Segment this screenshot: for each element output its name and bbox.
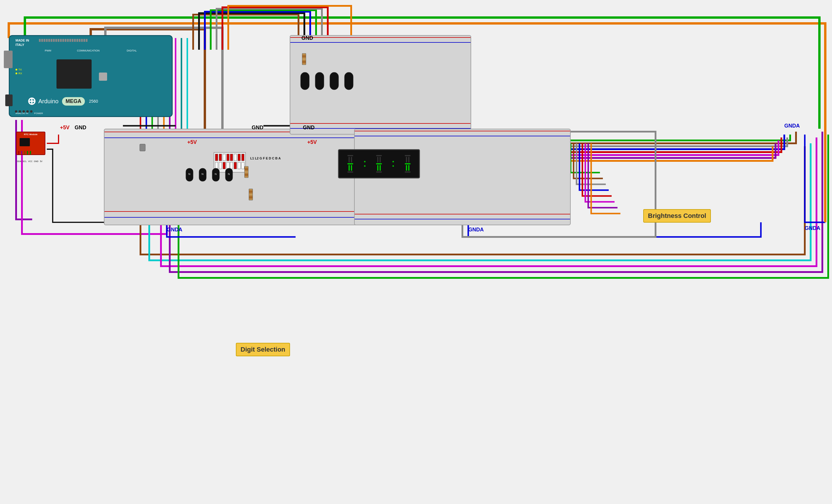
rail-bottom-red [104, 211, 364, 216]
br-rail-top-red [355, 131, 570, 135]
dip-7 [238, 154, 240, 161]
digit-selection-label: Digit Selection [236, 343, 290, 356]
rtc-pin-label-5: 5V [40, 160, 43, 162]
digital-label: DIGITAL [127, 49, 137, 52]
gnd-label-2: GND [252, 125, 263, 131]
segment-labels: L1 L2 G F E D C B A [250, 157, 281, 160]
colon-1 [364, 161, 365, 167]
dip-2 [219, 154, 222, 161]
power-jack [5, 95, 12, 106]
arduino-model: 2560 [89, 99, 98, 104]
gnda-label-3: GNDA [784, 123, 800, 129]
resistor-8 [244, 166, 249, 178]
br-rail-bot-red [355, 214, 570, 218]
main-chip [56, 59, 92, 89]
tx-rx-area: TX RX [16, 68, 22, 76]
svg-text:N: N [228, 173, 230, 176]
plus5v-label-3: +5V [307, 139, 317, 145]
plus5v-label-2: +5V [187, 139, 197, 145]
br-rail-bot-blue [355, 219, 570, 223]
rail-right-bot-red [290, 123, 471, 128]
seven-segment-display [338, 149, 420, 179]
right-transistor-group [299, 71, 363, 94]
arduino-mega-badge: MEGA [62, 97, 85, 106]
gnd-label-3: GND [303, 125, 315, 131]
right-breadboard [290, 35, 471, 135]
arduino-made-in: MADE IN ITALY [16, 38, 29, 47]
capacitor-component [139, 144, 146, 151]
right-res-8 [302, 53, 306, 65]
digit-3 [404, 155, 411, 173]
dip-6 [234, 154, 237, 161]
rtc-module: RTC Module [16, 132, 45, 155]
rtc-pin-label-3: VCC [28, 160, 32, 162]
digit-2 [375, 155, 383, 173]
reset-button [99, 73, 107, 81]
circuit-diagram: MADE IN ITALY PWM COMMUNICATION DIGITAL … [0, 0, 832, 504]
dip-8 [241, 154, 244, 161]
arduino-text: Arduino [38, 98, 58, 105]
brightness-control-label: Brightness Control [643, 209, 711, 222]
comm-label: COMMUNICATION [77, 49, 100, 52]
rtc-pin-label-1: SDA [17, 160, 21, 162]
rail-bottom-blue [104, 217, 364, 222]
usb-port [4, 51, 12, 68]
resistor-r2-8 [249, 189, 253, 201]
rtc-chip [20, 138, 30, 146]
plus5v-label-1: +5V [60, 125, 70, 131]
rtc-label: RTC Module [17, 132, 45, 137]
svg-text:N: N [188, 173, 190, 176]
svg-rect-11 [330, 72, 339, 90]
gnda-label-1: GNDA [167, 227, 182, 233]
svg-text:N: N [215, 173, 217, 176]
gnda-label-2: GNDA [468, 227, 484, 233]
arduino-mega-board: MADE IN ITALY PWM COMMUNICATION DIGITAL … [9, 35, 173, 117]
rx-led: RX [16, 72, 22, 75]
svg-rect-10 [315, 72, 324, 90]
arduino-logo: ⊕ Arduino MEGA 2560 [27, 95, 98, 107]
gnda-label-4: GNDA [805, 225, 820, 231]
dip-row-top [214, 154, 245, 161]
br-rail-top-blue [355, 136, 570, 140]
dip-5 [230, 154, 233, 161]
rtc-pin-label-4: GND [34, 160, 38, 162]
svg-text:N: N [202, 173, 204, 176]
pwm-label: PWM [45, 49, 51, 52]
svg-rect-9 [301, 72, 309, 90]
rtc-pins [18, 151, 31, 155]
transistor-group: N N N N [184, 167, 243, 185]
svg-rect-12 [344, 72, 353, 90]
tx-led: TX [16, 68, 22, 71]
gnd-label-right: GND [302, 35, 313, 41]
rail-right-top-red [290, 37, 471, 42]
dip-3 [223, 154, 226, 161]
dip-4 [227, 154, 229, 161]
digit-1 [347, 155, 354, 173]
dip-1 [215, 154, 218, 161]
rtc-pin-label-2: SCL [23, 160, 27, 162]
power-label: POWER [34, 112, 43, 115]
rail-top-blue [104, 137, 364, 143]
gnd-label-1: GND [75, 125, 86, 131]
rail-right-top-blue [290, 42, 471, 47]
arduino-infinity-symbol: ⊕ [27, 95, 36, 107]
colon-2 [392, 161, 394, 167]
